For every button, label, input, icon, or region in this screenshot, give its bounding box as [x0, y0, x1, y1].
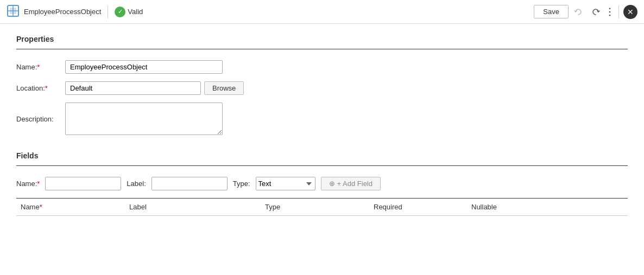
- toolbar-divider: [108, 5, 108, 18]
- name-label: Name:*: [16, 63, 65, 71]
- add-field-label: + Add Field: [337, 180, 372, 188]
- fields-section: Fields Name:* Label: Type: Text Number D…: [16, 151, 628, 216]
- valid-badge: ✓ Valid: [115, 7, 143, 17]
- add-field-icon: ⊕: [329, 180, 335, 188]
- name-required-star: *: [37, 63, 40, 71]
- description-label: Description:: [16, 115, 65, 123]
- toolbar-right-divider: [618, 5, 619, 18]
- toolbar-left: EmployeeProcessObject ✓ Valid: [7, 4, 529, 19]
- col-header-nullable: Nullable: [467, 203, 548, 211]
- more-options-button[interactable]: [605, 5, 614, 18]
- valid-icon: ✓: [115, 7, 125, 17]
- name-row: Name:*: [16, 60, 628, 74]
- svg-point-5: [609, 11, 611, 12]
- main-content: Properties Name:* Location:* Browse Desc…: [0, 24, 644, 275]
- properties-section: Properties Name:* Location:* Browse Desc…: [16, 35, 628, 135]
- svg-point-4: [609, 8, 611, 9]
- type-select[interactable]: Text Number Date Boolean Object: [256, 177, 315, 190]
- field-type-label: Type:: [233, 180, 250, 188]
- field-label-label: Label:: [127, 180, 146, 188]
- redo-button[interactable]: [588, 5, 603, 18]
- col-header-label: Label: [125, 203, 261, 211]
- type-wrapper: Text Number Date Boolean Object: [256, 177, 315, 190]
- location-label: Location:*: [16, 84, 65, 92]
- col-header-name: Name*: [16, 203, 125, 211]
- col-header-type: Type: [261, 203, 369, 211]
- properties-divider: [16, 49, 628, 49]
- browse-button[interactable]: Browse: [204, 81, 244, 95]
- description-row: Description:: [16, 103, 628, 135]
- svg-point-6: [609, 14, 611, 16]
- properties-title: Properties: [16, 35, 628, 43]
- field-name-required-star: *: [37, 180, 40, 188]
- description-textarea[interactable]: [65, 103, 223, 135]
- app-icon: [7, 4, 20, 19]
- fields-form-row: Name:* Label: Type: Text Number Date Boo…: [16, 177, 628, 190]
- col-header-required: Required: [369, 203, 467, 211]
- toolbar: EmployeeProcessObject ✓ Valid Save: [0, 0, 644, 24]
- close-button[interactable]: ✕: [623, 5, 637, 19]
- fields-title: Fields: [16, 151, 628, 160]
- undo-button[interactable]: [571, 5, 586, 18]
- name-input[interactable]: [65, 60, 223, 74]
- field-name-label: Name:*: [16, 180, 40, 188]
- field-label-input[interactable]: [151, 177, 228, 190]
- toolbar-title: EmployeeProcessObject: [24, 8, 101, 16]
- valid-label: Valid: [128, 8, 143, 16]
- fields-divider: [16, 165, 628, 166]
- save-button[interactable]: Save: [534, 5, 569, 18]
- toolbar-right: Save ✕: [534, 5, 637, 19]
- table-header: Name* Label Type Required Nullable: [16, 198, 628, 216]
- location-row: Location:* Browse: [16, 81, 628, 95]
- location-input[interactable]: [65, 81, 201, 95]
- location-required-star: *: [45, 84, 48, 92]
- field-name-input[interactable]: [45, 177, 121, 190]
- add-field-button[interactable]: ⊕ + Add Field: [321, 177, 381, 190]
